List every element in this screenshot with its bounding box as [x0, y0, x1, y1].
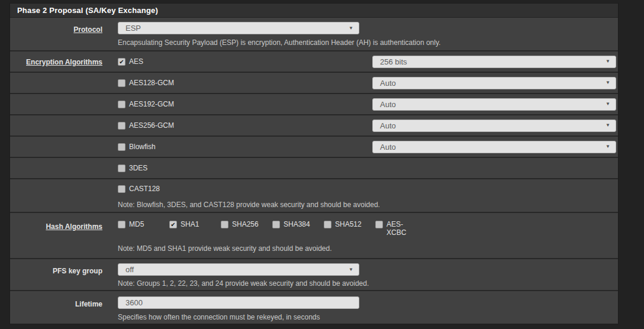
encryption-row-3des: 3DES [10, 157, 618, 178]
cast128-checkbox[interactable]: CAST128 [118, 185, 616, 193]
encryption-algorithms-label: Encryption Algorithms [26, 58, 102, 66]
dropdown-arrow-icon: ▼ [349, 26, 353, 31]
hash-algorithms-row: Hash Algorithms MD5 SHA1 SHA256 [10, 212, 618, 258]
hash-options: MD5 SHA1 SHA256 SHA384 [118, 220, 616, 237]
aes-checkbox-label: AES [129, 57, 143, 66]
lifetime-note: Specifies how often the connection must … [118, 313, 616, 321]
pfs-weak-note: Note: Groups 1, 2, 22, 23, and 24 provid… [118, 279, 616, 288]
protocol-label: Protocol [73, 25, 102, 34]
aes128-gcm-checkbox[interactable]: AES128-GCM [118, 79, 174, 87]
sha512-checkbox-label: SHA512 [335, 220, 362, 228]
checkbox-icon[interactable] [118, 101, 125, 108]
cast128-checkbox-label: CAST128 [129, 185, 160, 193]
aes192-gcm-keylength-value: Auto [380, 100, 396, 109]
aes-keylength-value: 256 bits [380, 57, 407, 66]
aes192-gcm-checkbox[interactable]: AES192-GCM [118, 100, 174, 108]
encryption-weak-note: Note: Blowfish, 3DES, and CAST128 provid… [118, 201, 616, 209]
aes256-gcm-checkbox[interactable]: AES256-GCM [118, 121, 174, 130]
checkbox-icon[interactable] [118, 185, 125, 193]
lifetime-input[interactable] [118, 296, 359, 309]
checkbox-icon[interactable] [324, 221, 331, 228]
dropdown-arrow-icon: ▼ [349, 267, 353, 272]
checkbox-icon[interactable] [118, 58, 125, 66]
checkbox-icon[interactable] [221, 221, 228, 228]
md5-checkbox[interactable]: MD5 [118, 220, 169, 237]
checkbox-icon[interactable] [118, 143, 125, 151]
panel-title: Phase 2 Proposal (SA/Key Exchange) [17, 6, 158, 15]
aes-keylength-select[interactable]: 256 bits ▼ [372, 56, 616, 68]
checkbox-icon[interactable] [118, 221, 125, 228]
pfs-key-group-row: PFS key group off ▼ Note: Groups 1, 2, 2… [10, 258, 618, 290]
dropdown-arrow-icon: ▼ [606, 102, 610, 107]
aes256-gcm-keylength-select[interactable]: Auto ▼ [372, 120, 616, 132]
blowfish-keylength-value: Auto [380, 143, 396, 151]
sha256-checkbox-label: SHA256 [232, 220, 259, 228]
protocol-description: Encapsulating Security Payload (ESP) is … [118, 38, 616, 47]
sha512-checkbox[interactable]: SHA512 [324, 220, 375, 237]
checkbox-icon[interactable] [169, 221, 177, 228]
aes192-gcm-checkbox-label: AES192-GCM [129, 100, 174, 108]
md5-checkbox-label: MD5 [129, 220, 144, 228]
dropdown-arrow-icon: ▼ [606, 59, 610, 64]
encryption-row-blowfish: Blowfish Auto ▼ [10, 136, 618, 157]
hash-algorithms-label: Hash Algorithms [46, 222, 102, 231]
encryption-row-aes256-gcm: AES256-GCM Auto ▼ [10, 114, 618, 136]
pfs-key-group-select[interactable]: off ▼ [118, 263, 359, 276]
checkbox-icon[interactable] [375, 221, 383, 228]
encryption-row-aes: Encryption Algorithms AES 256 bits ▼ [10, 50, 618, 72]
checkbox-icon[interactable] [118, 122, 125, 130]
aes-checkbox[interactable]: AES [118, 57, 143, 66]
lifetime-label: Lifetime [75, 300, 102, 308]
pfs-key-group-label: PFS key group [53, 267, 102, 275]
phase2-proposal-panel: Phase 2 Proposal (SA/Key Exchange) Proto… [9, 3, 619, 324]
blowfish-checkbox[interactable]: Blowfish [118, 143, 156, 151]
sha384-checkbox-label: SHA384 [284, 220, 310, 228]
sha256-checkbox[interactable]: SHA256 [221, 220, 272, 237]
aes256-gcm-checkbox-label: AES256-GCM [129, 121, 174, 130]
aes128-gcm-keylength-select[interactable]: Auto ▼ [372, 77, 616, 89]
protocol-select[interactable]: ESP ▼ [118, 22, 359, 34]
sha1-checkbox[interactable]: SHA1 [169, 220, 221, 237]
sha1-checkbox-label: SHA1 [181, 220, 199, 228]
aes256-gcm-keylength-value: Auto [380, 121, 396, 130]
aes-xcbc-checkbox-label: AES-XCBC [387, 220, 414, 237]
checkbox-icon[interactable] [118, 79, 125, 87]
aes192-gcm-keylength-select[interactable]: Auto ▼ [372, 98, 616, 111]
dropdown-arrow-icon: ▼ [606, 144, 610, 149]
panel-body: Protocol ESP ▼ Encapsulating Security Pa… [10, 18, 618, 324]
checkbox-icon[interactable] [272, 221, 280, 228]
aes128-gcm-keylength-value: Auto [380, 79, 396, 88]
panel-header: Phase 2 Proposal (SA/Key Exchange) [10, 4, 618, 18]
encryption-row-aes192-gcm: AES192-GCM Auto ▼ [10, 93, 618, 114]
blowfish-checkbox-label: Blowfish [129, 143, 156, 151]
dropdown-arrow-icon: ▼ [606, 123, 610, 128]
encryption-row-cast128: CAST128 Note: Blowfish, 3DES, and CAST12… [10, 178, 618, 212]
dropdown-arrow-icon: ▼ [606, 80, 610, 85]
aes-xcbc-checkbox[interactable]: AES-XCBC [375, 220, 427, 237]
3des-checkbox-label: 3DES [129, 164, 147, 172]
hash-weak-note: Note: MD5 and SHA1 provide weak security… [118, 244, 616, 253]
pfs-key-group-value: off [125, 265, 134, 274]
protocol-row: Protocol ESP ▼ Encapsulating Security Pa… [10, 18, 618, 50]
blowfish-keylength-select[interactable]: Auto ▼ [372, 141, 616, 153]
sha384-checkbox[interactable]: SHA384 [272, 220, 324, 237]
protocol-select-value: ESP [125, 24, 141, 33]
checkbox-icon[interactable] [118, 164, 125, 172]
lifetime-row: Lifetime Specifies how often the connect… [10, 290, 618, 324]
3des-checkbox[interactable]: 3DES [118, 164, 147, 172]
aes128-gcm-checkbox-label: AES128-GCM [129, 79, 174, 87]
encryption-row-aes128-gcm: AES128-GCM Auto ▼ [10, 72, 618, 93]
